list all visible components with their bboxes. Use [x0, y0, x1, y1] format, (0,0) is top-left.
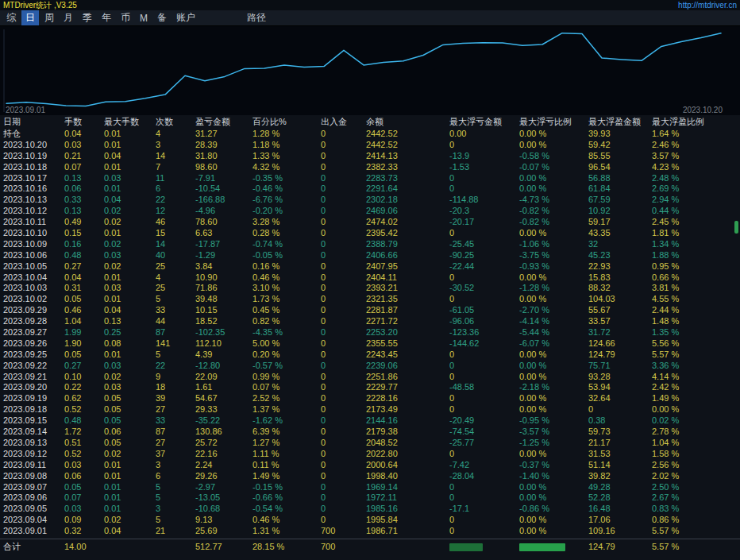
menu-item-3[interactable]: 周 — [40, 10, 58, 25]
row-cell: 1972.11 — [366, 492, 449, 504]
table-row[interactable]: 2023.09.010.320.042125.691.31 %7001986.7… — [0, 526, 740, 537]
table-row[interactable]: 2023.09.261.900.08141112.105.00 %02355.5… — [0, 338, 740, 350]
menu-item-9[interactable]: 备 — [153, 10, 171, 25]
column-header[interactable]: 出入金 — [321, 116, 366, 128]
menu-item-8[interactable]: M — [136, 12, 152, 25]
table-row[interactable]: 2023.09.150.480.0533-35.22-1.62 %02144.1… — [0, 415, 740, 427]
table-row[interactable]: 2023.10.200.030.01328.391.18 %02442.5200… — [0, 140, 740, 151]
row-cell: 2.67 % — [652, 492, 740, 504]
row-cell: 5 — [156, 482, 195, 493]
table-row[interactable]: 2023.09.040.090.0259.130.46 %01995.8400.… — [0, 515, 740, 526]
row-cell: 10.92 — [588, 206, 652, 217]
table-row[interactable]: 2023.10.180.070.01798.604.32 %02382.33-1… — [0, 162, 740, 173]
row-cell: 0.05 — [104, 415, 156, 427]
row-cell: 0.00 % — [519, 272, 588, 284]
table-row[interactable]: 2023.09.120.520.023722.161.11 %02022.800… — [0, 449, 740, 460]
row-cell: 2474.02 — [366, 217, 449, 228]
table-row[interactable]: 2023.09.220.270.0322-12.80-0.57 %02239.0… — [0, 361, 740, 372]
row-cell: 5 — [156, 350, 195, 361]
column-header[interactable]: 最大浮盈比例 — [652, 116, 740, 128]
column-header[interactable]: 手数 — [64, 116, 104, 128]
row-cell: -3.57 % — [519, 427, 588, 438]
table-row[interactable]: 2023.09.080.060.01629.261.49 %01998.40-2… — [0, 471, 740, 482]
menu-item-10[interactable]: 账户 — [172, 10, 199, 25]
row-cell: 9.13 — [195, 515, 252, 526]
table-row[interactable]: 2023.10.030.310.032571.863.10 %02393.21-… — [0, 283, 740, 294]
row-cell: 1.81 % — [652, 228, 740, 239]
menu-item-4[interactable]: 月 — [60, 10, 77, 25]
row-cell: 0 — [321, 393, 366, 404]
table-row[interactable]: 2023.10.170.130.0311-7.91-0.35 %02283.73… — [0, 173, 740, 184]
row-cell: 0 — [321, 305, 366, 316]
row-date: 2023.09.21 — [0, 372, 64, 383]
total-row: 合计14.00512.7728.15 %700124.795.57 % — [0, 539, 740, 554]
menu-item-6[interactable]: 年 — [98, 10, 115, 25]
table-row[interactable]: 2023.09.281.040.134418.520.82 %02271.72-… — [0, 316, 740, 327]
column-header[interactable]: 最大浮盈金额 — [588, 116, 652, 128]
row-cell: 31.80 — [195, 151, 252, 162]
table-row[interactable]: 持仓0.040.01431.271.28 %02442.520.000.00 %… — [0, 129, 740, 140]
table-row[interactable]: 2023.09.060.070.015-13.05-0.66 %01972.11… — [0, 492, 740, 504]
column-header[interactable]: 百分比% — [252, 116, 321, 128]
table-row[interactable]: 2023.09.050.030.013-10.68-0.54 %01985.16… — [0, 504, 740, 515]
table-row[interactable]: 2023.09.290.460.043310.150.45 %02281.87-… — [0, 305, 740, 316]
table-row[interactable]: 2023.09.200.220.03181.610.07 %02229.77-4… — [0, 382, 740, 393]
menu-item-1[interactable]: 综 — [2, 10, 20, 25]
row-cell: 0.00 % — [519, 173, 588, 184]
table-row[interactable]: 2023.09.130.510.052725.721.27 %02048.52-… — [0, 438, 740, 449]
column-header[interactable]: 余额 — [366, 116, 449, 128]
row-cell: 1.37 % — [252, 404, 321, 415]
row-cell: -25.45 — [449, 239, 519, 250]
table-row[interactable]: 2023.09.210.100.02922.090.99 %02251.8600… — [0, 372, 740, 383]
equity-curve-line — [6, 33, 721, 106]
row-cell: 0.01 — [104, 294, 156, 305]
table-row[interactable]: 2023.10.040.040.01410.900.46 %02404.1100… — [0, 272, 740, 284]
table-row[interactable]: 2023.10.050.270.02253.840.16 %02407.95-2… — [0, 261, 740, 272]
table-row[interactable]: 2023.09.070.050.015-2.97-0.15 %01969.140… — [0, 482, 740, 493]
row-date: 2023.10.20 — [0, 140, 64, 151]
table-row[interactable]: 2023.09.271.990.2587-102.35-4.35 %02253.… — [0, 327, 740, 338]
column-header[interactable]: 最大手数 — [104, 116, 156, 128]
row-cell: -12.80 — [195, 361, 252, 372]
table-row[interactable]: 2023.10.110.490.024678.603.28 %02474.02-… — [0, 217, 740, 228]
row-cell: 0 — [449, 140, 519, 151]
row-cell: 0.04 — [104, 195, 156, 206]
scrollbar-thumb[interactable] — [734, 221, 738, 234]
table-row[interactable]: 2023.10.130.330.0422-166.88-6.76 %02302.… — [0, 195, 740, 206]
row-cell: -4.14 % — [519, 316, 588, 327]
table-row[interactable]: 2023.09.190.620.053954.672.52 %02228.160… — [0, 393, 740, 404]
table-row[interactable]: 2023.10.060.480.0340-1.29-0.05 %02406.66… — [0, 250, 740, 261]
website-link[interactable]: http://mtdriver.cn — [678, 0, 737, 10]
row-cell: 0 — [449, 228, 519, 239]
table-row[interactable]: 2023.10.120.130.0212-4.96-0.20 %02469.06… — [0, 206, 740, 217]
menu-item-7[interactable]: 币 — [117, 10, 134, 25]
row-cell: 1.88 % — [652, 250, 740, 261]
table-row[interactable]: 2023.10.190.210.041431.801.33 %02414.13-… — [0, 151, 740, 162]
menu-item-5[interactable]: 季 — [79, 10, 96, 25]
column-header[interactable]: 最大浮亏比例 — [519, 116, 588, 128]
row-cell: 5.57 % — [652, 526, 740, 537]
menu-item-2[interactable]: 日 — [21, 10, 39, 25]
row-cell: 14 — [156, 239, 195, 250]
column-header[interactable]: 日期 — [0, 116, 64, 128]
row-cell: 0 — [449, 515, 519, 526]
table-row[interactable]: 2023.09.250.050.0154.390.20 %02243.4500.… — [0, 350, 740, 361]
row-cell: 0.00 % — [519, 228, 588, 239]
table-row[interactable]: 2023.10.020.050.01539.481.73 %02321.3500… — [0, 294, 740, 305]
column-header[interactable]: 次数 — [156, 116, 195, 128]
column-header[interactable]: 最大浮亏金额 — [449, 116, 519, 128]
column-header[interactable]: 盈亏金额 — [195, 116, 252, 128]
table-row[interactable]: 2023.10.090.160.0214-17.87-0.74 %02388.7… — [0, 239, 740, 250]
table-row[interactable]: 2023.09.141.720.0687130.866.39 %02179.38… — [0, 427, 740, 438]
row-cell: 0.06 — [64, 471, 104, 482]
row-cell: -74.54 — [449, 427, 519, 438]
table-row[interactable]: 2023.09.180.520.052729.331.37 %02173.490… — [0, 404, 740, 415]
table-row[interactable]: 2023.10.160.060.016-10.54-0.46 %02291.64… — [0, 183, 740, 195]
row-cell: 0.06 — [64, 183, 104, 195]
table-row[interactable]: 2023.09.110.030.0132.240.11 %02000.64-7.… — [0, 460, 740, 471]
table-row[interactable]: 2023.10.100.150.01156.630.28 %02395.4200… — [0, 228, 740, 239]
menu-path-label[interactable]: 路径 — [247, 11, 266, 25]
row-cell: 5 — [156, 515, 195, 526]
row-cell: -3.75 % — [519, 250, 588, 261]
row-cell: 0 — [321, 283, 366, 294]
